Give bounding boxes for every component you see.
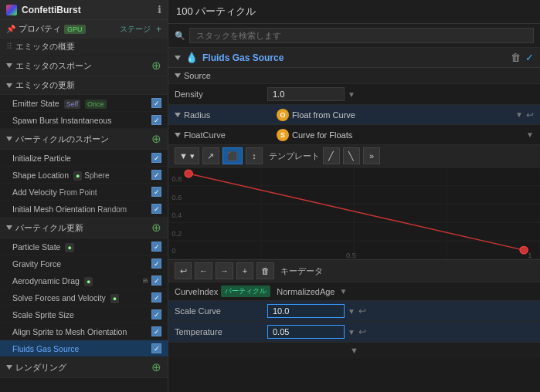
float-curve-expand[interactable] [175,133,181,137]
scale-sprite-checkbox[interactable] [151,309,161,319]
initialize-label: Initialize Particle [12,154,151,163]
toolbar-btn-expand[interactable]: ▼ ▾ [175,147,199,164]
row-spawn-burst[interactable]: Spawn Burst Instantaneous [0,112,168,129]
radius-label: Radius [184,110,277,120]
section-overview[interactable]: ⠿ エミッタの概要 [0,39,168,56]
particle-update-label: パーティクル更新 [15,222,83,234]
toolbar-btn-external[interactable]: ↗ [202,147,219,164]
fit-btn[interactable]: ↩ [175,262,192,279]
emitter-state-label: Emitter State Self Once [12,99,151,108]
module-enable-check[interactable]: ✓ [525,52,534,63]
row-align-sprite[interactable]: Align Sprite to Mesh Orientation [0,323,168,340]
row-scale-sprite[interactable]: Scale Sprite Size [0,306,168,323]
radius-value: Float from Curve [292,110,355,120]
row-aerodynamic[interactable]: Aerodynamic Drag ● ≋ [0,272,168,289]
shape-checkbox[interactable] [151,170,161,180]
float-curve-dropdown[interactable]: ▼ [526,130,534,139]
aerodynamic-label: Aerodynamic Drag ● [12,276,142,286]
mesh-orient-label: Initial Mesh Orientation Random [12,204,151,214]
solve-checkbox[interactable] [151,292,161,302]
spawn-burst-checkbox[interactable] [151,115,161,125]
grid-icon: ⠿ [6,42,12,52]
radius-dropdown[interactable]: ▼ [515,110,523,119]
row-gravity[interactable]: Gravity Force [0,255,168,272]
fwd-btn[interactable]: → [216,262,233,279]
toolbar-btn-more[interactable]: » [363,147,380,164]
row-particle-state[interactable]: Particle State ● [0,238,168,255]
row-add-velocity[interactable]: Add Velocity From Point [0,184,168,201]
row-shape-location[interactable]: Shape Location ● Sphere [0,167,168,184]
svg-line-18 [188,174,524,250]
toolbar-btn-tangent[interactable]: ↕ [246,147,263,164]
module-expand-icon[interactable] [175,56,181,60]
section-properties[interactable]: 📌 プロパティ GPU ステージ + [0,20,168,39]
section-emitter-update[interactable]: エミッタの更新 [0,76,168,95]
initialize-checkbox[interactable] [151,153,161,163]
expand-icon [6,63,12,68]
float-curve-icon: O [277,109,289,121]
particle-state-checkbox[interactable] [151,242,161,252]
scale-dropdown[interactable]: ▼ [348,307,355,316]
row-mesh-orient[interactable]: Initial Mesh Orientation Random [0,201,168,218]
velocity-checkbox[interactable] [151,187,161,197]
right-header: 100 パーティクル [168,0,540,24]
svg-text:0.2: 0.2 [172,230,182,238]
radius-reset[interactable]: ↩ [526,110,534,120]
delete-module-btn[interactable]: 🗑 [511,52,521,63]
fluids-checkbox[interactable] [151,343,161,353]
scale-reset[interactable]: ↩ [358,306,366,316]
add-particle-spawn-btn[interactable]: ⊕ [151,132,161,146]
source-subheader[interactable]: Source [168,68,540,84]
radius-row: Radius O Float from Curve ▼ ↩ [168,105,540,125]
curve-index-label: CurveIndex [175,287,218,296]
row-fluids-gas[interactable]: Fluids Gas Source [0,340,168,357]
svg-text:1: 1 [528,252,532,259]
back-btn[interactable]: ← [195,262,212,279]
float-curve-label: FloatCurve [184,130,277,140]
scale-curve-value[interactable]: 10.0 [267,304,345,318]
add-stage-icon[interactable]: + [156,24,161,35]
info-icon[interactable]: ℹ [158,4,161,15]
section-particle-update[interactable]: パーティクル更新 ⊕ [0,218,168,238]
row-initialize[interactable]: Initialize Particle [0,150,168,167]
section-particle-spawn[interactable]: パーティクルのスポーン ⊕ [0,129,168,150]
aero-checkbox[interactable] [151,275,161,286]
add-emitter-spawn-btn[interactable]: ⊕ [151,59,161,73]
section-rendering[interactable]: レンダリング ⊕ [0,357,168,378]
emitter-title: ConfettiBurst [22,5,153,15]
chevron-down-icon[interactable]: ▼ [350,346,358,355]
density-value[interactable]: 1.0 [267,87,345,101]
stage-label: ステージ [120,24,151,35]
scale-curve-label: Scale Curve [175,306,267,316]
emitter-state-checkbox[interactable] [151,98,161,108]
temp-reset[interactable]: ↩ [358,326,366,337]
del-key-btn[interactable]: 🗑 [256,262,274,279]
add-rendering-btn[interactable]: ⊕ [151,360,161,374]
source-expand-icon [175,73,181,78]
density-expand[interactable]: ▼ [348,90,355,99]
temp-dropdown[interactable]: ▼ [348,328,355,336]
add-key-btn[interactable]: + [236,262,253,279]
toolbar-btn-slash[interactable]: ╱ [323,147,340,164]
search-input[interactable] [189,28,534,43]
radius-expand-icon[interactable] [175,113,181,117]
row-solve-forces[interactable]: Solve Forces and Velocity ● [0,289,168,306]
mesh-checkbox[interactable] [151,204,161,214]
add-particle-update-btn[interactable]: ⊕ [151,221,161,235]
pin-icon: 📌 [6,25,15,33]
density-label: Density [175,90,267,99]
svg-text:0.6: 0.6 [172,194,182,201]
gravity-checkbox[interactable] [151,259,161,269]
curve-bottom-toolbar: ↩ ← → + 🗑 キーデータ [168,260,540,282]
svg-text:0: 0 [172,247,175,255]
properties-label: プロパティ [19,23,61,35]
align-checkbox[interactable] [151,326,161,336]
section-emitter-spawn[interactable]: エミッタのスポーン ⊕ [0,56,168,76]
row-emitter-state[interactable]: Emitter State Self Once [0,95,168,112]
curve-index-dropdown[interactable]: ▼ [339,287,347,296]
temperature-value[interactable]: 0.05 [267,325,345,339]
toolbar-btn-backslash[interactable]: ╲ [343,147,360,164]
toolbar-btn-linear[interactable]: ⬛ [222,147,243,164]
particle-state-label: Particle State ● [12,242,151,252]
svg-text:0.4: 0.4 [172,212,182,220]
